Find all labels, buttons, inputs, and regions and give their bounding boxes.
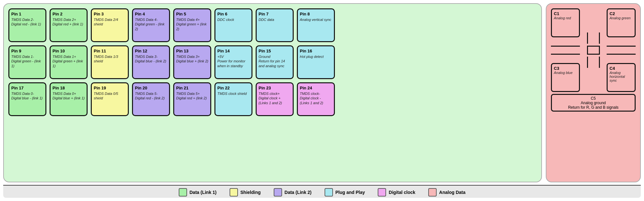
pin-22-desc: TMDS clock shield [217, 91, 247, 96]
pin-14-desc: +5VPower for monitor when in standby [217, 54, 250, 68]
analog-connector-layout: C1 Analog red C2 Analog green [551, 8, 636, 177]
c5-cell: C5 Analog groundReturn for R, G and B si… [551, 94, 636, 112]
c2-cell: C2 Analog green [607, 8, 636, 37]
pin-3-title: Pin 3 [94, 12, 104, 16]
main-container: Pin 1 TMDS Data 2-Digital red - (link 1)… [0, 0, 644, 201]
pin-13: Pin 13 TMDS Data 3+Digital blue + (link … [173, 45, 211, 79]
pin-22-title: Pin 22 [217, 86, 230, 90]
pin-18: Pin 18 TMDS Data 0+Digital blue + (link … [50, 82, 88, 116]
pin-5-desc: TMDS Data 4+Digital green + (link 2) [176, 17, 208, 31]
c1-desc: Analog red [554, 16, 571, 20]
pin-3-desc: TMDS Data 2/4 shield [94, 17, 126, 27]
c3-container: C3 Analog blue [551, 63, 580, 92]
c4-title: C4 [610, 66, 615, 71]
c3-title: C3 [554, 66, 559, 71]
pin-14: Pin 14 +5VPower for monitor when in stan… [214, 45, 252, 79]
legend-label-data-link2: Data (Link 2) [285, 190, 312, 195]
c4-desc: Analog horizontal sync [610, 71, 633, 82]
pin-24: Pin 24 TMDS clock-Digital clock -(Links … [297, 82, 335, 116]
pin-17: Pin 17 TMDS Data 0-Digital blue - (link … [8, 82, 46, 116]
pin-22: Pin 22 TMDS clock shield [214, 82, 252, 116]
pin-10-desc: TMDS Data 1+Digital green + (link 1) [52, 54, 85, 68]
pin-17-title: Pin 17 [11, 86, 24, 90]
pin-5-title: Pin 5 [176, 12, 186, 16]
c2-title: C2 [610, 11, 615, 16]
pin-12-title: Pin 12 [135, 49, 147, 53]
c1-title: C1 [554, 11, 559, 16]
analog-top-row: C1 Analog red C2 Analog green [551, 8, 636, 44]
pin-8-title: Pin 8 [300, 12, 310, 16]
pin-11-desc: TMDS Data 1/3 shield [94, 54, 126, 64]
c3-desc: Analog blue [554, 71, 573, 75]
pin-23-title: Pin 23 [259, 86, 271, 90]
pin-1: Pin 1 TMDS Data 2-Digital red - (link 1) [8, 8, 46, 42]
pin-21-title: Pin 21 [176, 86, 188, 90]
legend-analog-data: Analog Data [428, 188, 466, 196]
pin-7: Pin 7 DDC data [256, 8, 294, 42]
pins-section: Pin 1 TMDS Data 2-Digital red - (link 1)… [3, 3, 542, 182]
legend-plug-play: Plug and Play [325, 188, 365, 196]
pin-9-title: Pin 9 [11, 49, 21, 53]
pin-17-desc: TMDS Data 0-Digital blue - (link 1) [11, 91, 43, 101]
c2-desc: Analog green [610, 16, 630, 20]
c4-cell: C4 Analog horizontal sync [607, 63, 636, 92]
legend-data-link2: Data (Link 2) [274, 188, 312, 196]
content-area: Pin 1 TMDS Data 2-Digital red - (link 1)… [3, 3, 641, 182]
pin-12: Pin 12 TMDS Data 3-Digital blue - (link … [132, 45, 170, 79]
pin-15-desc: GroundReturn for pin 14 and analog sync [259, 54, 291, 68]
pin-2-desc: TMDS Data 2+Digital red + (link 1) [52, 17, 83, 27]
pin-9: Pin 9 TMDS Data 1-Digital green - (link … [8, 45, 46, 79]
analog-bot-row: C3 Analog blue C4 Analog horizontal sync [551, 57, 636, 92]
legend-label-digital-clock: Digital clock [389, 190, 415, 195]
cross-bar-left [551, 46, 580, 55]
cross-bar-right [607, 46, 636, 55]
pin-20-desc: TMDS Data 5-Digital red - (link 2) [135, 91, 165, 101]
legend-shielding: Shielding [230, 188, 261, 196]
pin-4: Pin 4 TMDS Data 4-Digital green - (link … [132, 8, 170, 42]
pin-21: Pin 21 TMDS Data 5+Digital red + (link 2… [173, 82, 211, 116]
pin-13-desc: TMDS Data 3+Digital blue + (link 2) [176, 54, 208, 64]
pin-8: Pin 8 Analog vertical sync [297, 8, 335, 42]
analog-section: C1 Analog red C2 Analog green [546, 3, 641, 182]
pins-row-1: Pin 1 TMDS Data 2-Digital red - (link 1)… [8, 8, 537, 42]
c2-container: C2 Analog green [607, 8, 636, 37]
c3-cell: C3 Analog blue [551, 63, 580, 92]
pin-24-desc: TMDS clock-Digital clock -(Links 1 and 2… [300, 91, 323, 105]
pin-23: Pin 23 TMDS clock+Digital clock +(Links … [256, 82, 294, 116]
pin-18-desc: TMDS Data 0+Digital blue + (link 1) [52, 91, 85, 101]
pins-row-2: Pin 9 TMDS Data 1-Digital green - (link … [8, 45, 537, 79]
pin-9-desc: TMDS Data 1-Digital green - (link 1) [11, 54, 43, 68]
pin-11-title: Pin 11 [94, 49, 106, 53]
legend: Data (Link 1) Shielding Data (Link 2) Pl… [3, 185, 641, 198]
c1-cell: C1 Analog red [551, 8, 580, 37]
legend-label-data-link1: Data (Link 1) [190, 190, 217, 195]
pin-13-title: Pin 13 [176, 49, 188, 53]
legend-data-link1: Data (Link 1) [179, 188, 217, 196]
pin-18-title: Pin 18 [52, 86, 65, 90]
legend-color-plug-play [325, 188, 333, 196]
legend-label-analog-data: Analog Data [439, 190, 466, 195]
pin-12-desc: TMDS Data 3-Digital blue - (link 2) [135, 54, 166, 64]
analog-mid-row [551, 46, 636, 55]
pin-6: Pin 6 DDC clock [214, 8, 252, 42]
legend-color-data-link1 [179, 188, 187, 196]
legend-label-shielding: Shielding [241, 190, 261, 195]
legend-color-shielding [230, 188, 238, 196]
pin-10: Pin 10 TMDS Data 1+Digital green + (link… [50, 45, 88, 79]
pin-16-title: Pin 16 [300, 49, 312, 53]
c4-container: C4 Analog horizontal sync [607, 63, 636, 92]
pin-11: Pin 11 TMDS Data 1/3 shield [91, 45, 129, 79]
pin-20: Pin 20 TMDS Data 5-Digital red - (link 2… [132, 82, 170, 116]
c1-container: C1 Analog red [551, 8, 580, 37]
pin-8-desc: Analog vertical sync [300, 17, 331, 22]
pin-4-title: Pin 4 [135, 12, 145, 16]
pin-19-title: Pin 19 [94, 86, 106, 90]
pin-16: Pin 16 Hot plug detect [297, 45, 335, 79]
pin-2-title: Pin 2 [52, 12, 62, 16]
pin-20-title: Pin 20 [135, 86, 147, 90]
pin-23-desc: TMDS clock+Digital clock +(Links 1 and 2… [259, 91, 282, 105]
pin-24-title: Pin 24 [300, 86, 312, 90]
c5-title: C5 [591, 96, 596, 101]
pin-15-title: Pin 15 [259, 49, 271, 53]
pin-1-desc: TMDS Data 2-Digital red - (link 1) [11, 17, 41, 27]
